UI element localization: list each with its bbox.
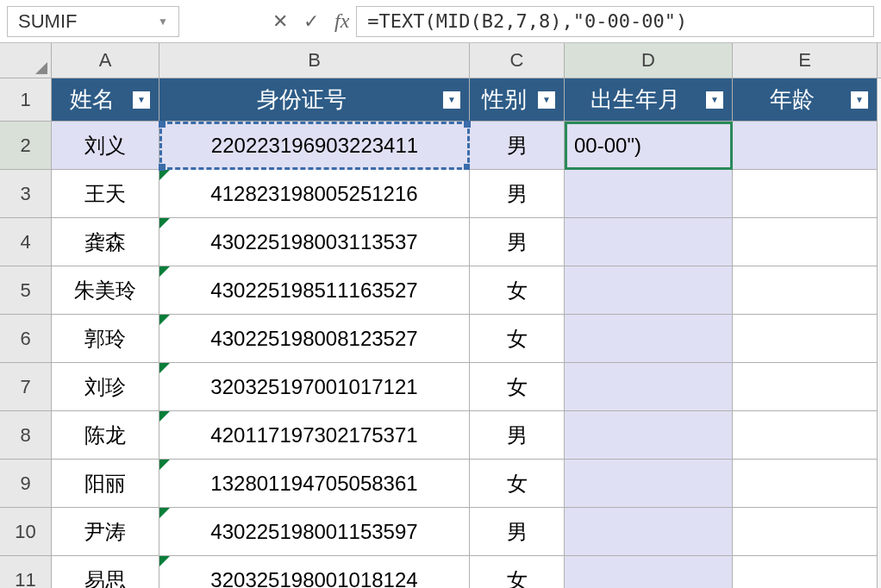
col-header-A[interactable]: A xyxy=(52,43,159,78)
cell-A9[interactable]: 阳丽 xyxy=(52,460,159,508)
cell-D5[interactable] xyxy=(565,266,733,315)
formula-bar-buttons: ✕ ✓ fx xyxy=(272,9,349,33)
cell-C10[interactable]: 男 xyxy=(470,508,565,556)
row-header-9[interactable]: 9 xyxy=(0,460,52,508)
cell-E5[interactable] xyxy=(733,266,878,315)
cell-D11[interactable] xyxy=(565,556,733,588)
header-gender[interactable]: 性别▼ xyxy=(470,78,565,122)
cell-E11[interactable] xyxy=(733,556,878,588)
cell-B8[interactable]: 420117197302175371 xyxy=(159,411,470,460)
cell-B11[interactable]: 320325198001018124 xyxy=(159,556,470,588)
formula-input[interactable]: =TEXT(MID(B2,7,8),"0-00-00") xyxy=(356,6,874,37)
cell-A3[interactable]: 王天 xyxy=(52,170,159,218)
row-header-2[interactable]: 2 xyxy=(0,122,52,170)
filter-icon[interactable]: ▼ xyxy=(851,91,868,109)
cell-B10[interactable]: 430225198001153597 xyxy=(159,508,470,556)
error-indicator-icon xyxy=(159,170,170,180)
cell-C4[interactable]: 男 xyxy=(470,218,565,266)
formula-text: =TEXT(MID(B2,7,8),"0-00-00") xyxy=(367,10,687,32)
name-box-dropdown-icon[interactable]: ▼ xyxy=(158,16,168,28)
cell-D9[interactable] xyxy=(565,460,733,508)
cell-C2[interactable]: 男 xyxy=(470,122,565,170)
error-indicator-icon xyxy=(159,460,170,470)
cell-E6[interactable] xyxy=(733,315,878,363)
table-row: 3 王天 412823198005251216 男 xyxy=(0,170,881,218)
enter-icon[interactable]: ✓ xyxy=(303,10,319,33)
cell-B4[interactable]: 430225198003113537 xyxy=(159,218,470,266)
cell-C6[interactable]: 女 xyxy=(470,315,565,363)
cell-C3[interactable]: 男 xyxy=(470,170,565,218)
col-header-E[interactable]: E xyxy=(733,43,878,78)
cell-C9[interactable]: 女 xyxy=(470,460,565,508)
header-name[interactable]: 姓名▼ xyxy=(52,78,159,122)
row-header-10[interactable]: 10 xyxy=(0,508,52,556)
filter-icon[interactable]: ▼ xyxy=(538,91,555,109)
cell-A2[interactable]: 刘义 xyxy=(52,122,159,170)
cell-E9[interactable] xyxy=(733,460,878,508)
cell-E2[interactable] xyxy=(733,122,878,170)
row-header-8[interactable]: 8 xyxy=(0,411,52,460)
cell-C11[interactable]: 女 xyxy=(470,556,565,588)
row-header-5[interactable]: 5 xyxy=(0,266,52,315)
table-row: 10 尹涛 430225198001153597 男 xyxy=(0,508,881,556)
row-header-4[interactable]: 4 xyxy=(0,218,52,266)
error-indicator-icon xyxy=(159,508,170,518)
row-header-11[interactable]: 11 xyxy=(0,556,52,588)
error-indicator-icon xyxy=(159,556,170,566)
filter-icon[interactable]: ▼ xyxy=(133,91,150,109)
col-header-C[interactable]: C xyxy=(470,43,565,78)
spreadsheet-grid: A B C D E 1 姓名▼ 身份证号▼ 性别▼ 出生年月▼ 年龄▼ 2 刘义… xyxy=(0,43,881,588)
cell-A7[interactable]: 刘珍 xyxy=(52,363,159,411)
cell-C8[interactable]: 男 xyxy=(470,411,565,460)
cell-D3[interactable] xyxy=(565,170,733,218)
formula-bar: SUMIF ▼ ✕ ✓ fx =TEXT(MID(B2,7,8),"0-00-0… xyxy=(0,0,881,43)
column-headers-row: A B C D E xyxy=(0,43,881,78)
filter-icon[interactable]: ▼ xyxy=(706,91,723,109)
cell-D8[interactable] xyxy=(565,411,733,460)
cell-E3[interactable] xyxy=(733,170,878,218)
header-dob[interactable]: 出生年月▼ xyxy=(565,78,733,122)
name-box[interactable]: SUMIF ▼ xyxy=(7,6,179,37)
cell-B7[interactable]: 320325197001017121 xyxy=(159,363,470,411)
name-box-value: SUMIF xyxy=(18,10,77,33)
row-header-3[interactable]: 3 xyxy=(0,170,52,218)
filter-icon[interactable]: ▼ xyxy=(443,91,460,109)
cell-A11[interactable]: 易思 xyxy=(52,556,159,588)
row-header-6[interactable]: 6 xyxy=(0,315,52,363)
cell-A6[interactable]: 郭玲 xyxy=(52,315,159,363)
cell-A4[interactable]: 龚森 xyxy=(52,218,159,266)
cell-C5[interactable]: 女 xyxy=(470,266,565,315)
cell-A10[interactable]: 尹涛 xyxy=(52,508,159,556)
cell-B3[interactable]: 412823198005251216 xyxy=(159,170,470,218)
cell-E10[interactable] xyxy=(733,508,878,556)
cell-E8[interactable] xyxy=(733,411,878,460)
fx-icon[interactable]: fx xyxy=(334,9,349,33)
cell-D4[interactable] xyxy=(565,218,733,266)
cell-D10[interactable] xyxy=(565,508,733,556)
cell-E4[interactable] xyxy=(733,218,878,266)
row-header-1[interactable]: 1 xyxy=(0,78,52,122)
select-all-corner[interactable] xyxy=(0,43,52,78)
col-header-B[interactable]: B xyxy=(159,43,470,78)
error-indicator-icon xyxy=(159,315,170,325)
header-id[interactable]: 身份证号▼ xyxy=(159,78,470,122)
cell-A8[interactable]: 陈龙 xyxy=(52,411,159,460)
cell-D2-active[interactable]: 00-00") xyxy=(565,122,733,170)
col-header-D[interactable]: D xyxy=(565,43,733,78)
cell-B6[interactable]: 430225198008123527 xyxy=(159,315,470,363)
cell-B9[interactable]: 132801194705058361 xyxy=(159,460,470,508)
cell-B5[interactable]: 430225198511163527 xyxy=(159,266,470,315)
cell-E7[interactable] xyxy=(733,363,878,411)
error-indicator-icon xyxy=(159,411,170,422)
table-row: 8 陈龙 420117197302175371 男 xyxy=(0,411,881,460)
error-indicator-icon xyxy=(159,266,170,277)
cell-D7[interactable] xyxy=(565,363,733,411)
cell-B2[interactable]: 220223196903223411 xyxy=(159,122,470,170)
header-age[interactable]: 年龄▼ xyxy=(733,78,878,122)
table-row: 6 郭玲 430225198008123527 女 xyxy=(0,315,881,363)
row-header-7[interactable]: 7 xyxy=(0,363,52,411)
cell-D6[interactable] xyxy=(565,315,733,363)
cancel-icon[interactable]: ✕ xyxy=(272,10,288,33)
cell-C7[interactable]: 女 xyxy=(470,363,565,411)
cell-A5[interactable]: 朱美玲 xyxy=(52,266,159,315)
